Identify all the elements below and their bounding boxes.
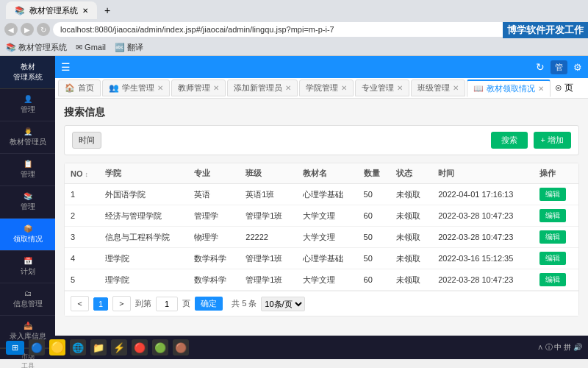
cell-time: 2022-03-16 15:12:35 [432,248,534,269]
taskbar-app-3[interactable]: 🌐 [70,339,86,355]
cell-class: 管理学1班 [240,248,296,269]
home-icon: 🏠 [65,83,75,93]
confirm-jump-btn[interactable]: 确定 [195,297,223,311]
page-1-btn[interactable]: 1 [93,297,108,311]
cell-action: 编辑 [534,227,578,248]
tab-receive-label: 教材领取情况 [487,83,535,94]
top-setting-icon[interactable]: ⚙ [573,62,582,73]
sidebar-item-manage2[interactable]: 📋 管理 [0,154,55,186]
watermark-text: 博学软件开发工作 [503,22,588,38]
sidebar: 教材管理系统 👤 管理 👨‍💼 教材管理员 📋 管理 📚 管理 📦 领取情况 [0,56,55,336]
start-button[interactable]: ⊞ [6,341,24,355]
tab-more-icon[interactable]: ⊙ 页 [555,82,573,94]
cell-class: 英语1班 [240,184,296,205]
bookmark-translate[interactable]: 🔤 翻译 [115,42,143,53]
tab-class[interactable]: 班级管理 ✕ [411,79,465,96]
cell-major: 数学科学 [188,269,240,291]
cell-book: 大学文理 [297,269,358,291]
edit-button-2[interactable]: 编辑 [539,230,566,244]
next-page-btn[interactable]: ＞ [112,296,131,311]
cell-status: 未领取 [390,227,432,248]
cell-time: 2022-03-28 10:47:23 [432,269,534,291]
tab-label: 教材管理系统 [29,5,78,16]
menu-hamburger-icon[interactable]: ☰ [61,61,71,73]
taskbar-app-2[interactable]: 🟡 [49,339,65,355]
tab-add-admin-close[interactable]: ✕ [285,84,291,92]
col-major: 专业 [188,163,240,184]
tab-add-admin[interactable]: 添加新管理员 ✕ [227,79,298,96]
tab-receive-close[interactable]: ✕ [538,85,544,93]
active-tab[interactable]: 📚 教材管理系统 ✕ [6,1,97,19]
taskbar: ⊞ 🔵 🟡 🌐 📁 ⚡ 🔴 🟢 🟤 ∧ ⓘ 中 拼 🔊 [0,336,588,359]
tab-major-close[interactable]: ✕ [397,84,403,92]
tab-college[interactable]: 学院管理 ✕ [299,79,354,96]
sidebar-item-receive[interactable]: 📦 领取情况 [0,219,55,251]
cell-status: 未领取 [390,248,432,269]
taskbar-app-7[interactable]: 🟢 [152,339,168,355]
edit-button-1[interactable]: 编辑 [539,209,566,222]
col-no: NO ↕ [65,163,99,184]
sidebar-item-teacher-admin[interactable]: 👨‍💼 教材管理员 [0,121,55,154]
tab-student[interactable]: 👥 学生管理 ✕ [102,79,170,96]
search-button[interactable]: 搜索 [491,132,528,149]
taskbar-app-6[interactable]: 🔴 [132,339,148,355]
tab-major-label: 专业管理 [362,82,394,93]
sidebar-item-plan[interactable]: 📅 计划 [0,251,55,283]
tab-close-icon[interactable]: ✕ [82,7,88,15]
tab-college-close[interactable]: ✕ [341,84,347,92]
sidebar-item-label-8: 录入库信息 [3,331,52,342]
bookmark-jiaocai[interactable]: 📚 教材管理系统 [6,42,67,53]
top-navbar: ☰ ↻ 管 ⚙ [55,56,588,78]
tab-teacher-close[interactable]: ✕ [213,84,219,92]
sidebar-item-manage1[interactable]: 👤 管理 [0,89,55,121]
taskbar-app-4[interactable]: 📁 [90,339,107,355]
taskbar-app-1[interactable]: 🔵 [29,339,45,355]
table-row: 2 经济与管理学院 管理学 管理学1班 大学文理 60 未领取 2022-03-… [65,205,578,227]
refresh-button[interactable]: ↻ [37,23,50,36]
edit-button-0[interactable]: 编辑 [539,188,566,201]
cell-no: 4 [65,248,99,269]
top-refresh-icon[interactable]: ↻ [536,61,545,73]
search-time-label: 时间 [72,132,101,149]
edit-button-4[interactable]: 编辑 [539,273,566,286]
sidebar-item-manage3[interactable]: 📚 管理 [0,186,55,219]
taskbar-app-8[interactable]: 🟤 [173,339,189,355]
prev-page-btn[interactable]: ＜ [71,296,89,311]
main-content: ☰ ↻ 管 ⚙ 🏠 首页 👥 学生管理 ✕ 教 [55,56,588,336]
cell-college: 理学院 [99,269,188,291]
cell-count: 60 [358,205,390,227]
cell-book: 心理学基础 [297,248,358,269]
tab-home[interactable]: 🏠 首页 [58,79,101,96]
tab-student-label: 学生管理 [122,82,154,93]
edit-button-3[interactable]: 编辑 [539,252,566,265]
import-icon: 📥 [3,322,52,330]
taskbar-app-5[interactable]: ⚡ [111,339,127,355]
cell-time: 2022-04-01 17:16:13 [432,184,534,205]
sidebar-item-label-5: 领取情况 [3,234,52,244]
search-box: 时间 搜索 + 增加 [64,125,579,155]
tab-student-close[interactable]: ✕ [157,84,163,92]
cell-action: 编辑 [534,269,578,291]
back-button[interactable]: ◀ [4,23,18,36]
cell-major: 英语 [188,184,240,205]
manage1-icon: 👤 [3,95,52,103]
table-row: 5 理学院 数学科学 管理学1班 大学文理 60 未领取 2022-03-28 … [65,269,578,291]
add-button[interactable]: + 增加 [534,132,571,149]
tab-receive-status[interactable]: 📖 教材领取情况 ✕ [467,79,551,97]
cell-status: 未领取 [390,269,432,291]
per-page-select[interactable]: 10条/页 20条/页 50条/页 [261,297,305,311]
cell-book: 大学文理 [297,227,358,248]
browser-tab-bar: 📚 教材管理系统 ✕ + [0,0,588,19]
page-jump-input[interactable] [156,297,178,311]
tab-class-close[interactable]: ✕ [453,84,459,92]
tab-major[interactable]: 专业管理 ✕ [355,79,409,96]
sidebar-item-info-manage[interactable]: 🗂 信息管理 [0,283,55,316]
bookmark-gmail[interactable]: ✉ Gmail [76,43,106,52]
tab-teacher[interactable]: 教师管理 ✕ [171,79,226,96]
forward-button[interactable]: ▶ [21,23,34,36]
url-input[interactable]: localhost:8080/jiaocai/admin/index.jsp#/… [53,22,572,37]
page-unit: 页 [182,298,190,309]
new-tab-btn[interactable]: + [98,1,116,19]
info-manage-icon: 🗂 [3,289,52,297]
sidebar-item-label-1: 管理 [3,105,52,115]
